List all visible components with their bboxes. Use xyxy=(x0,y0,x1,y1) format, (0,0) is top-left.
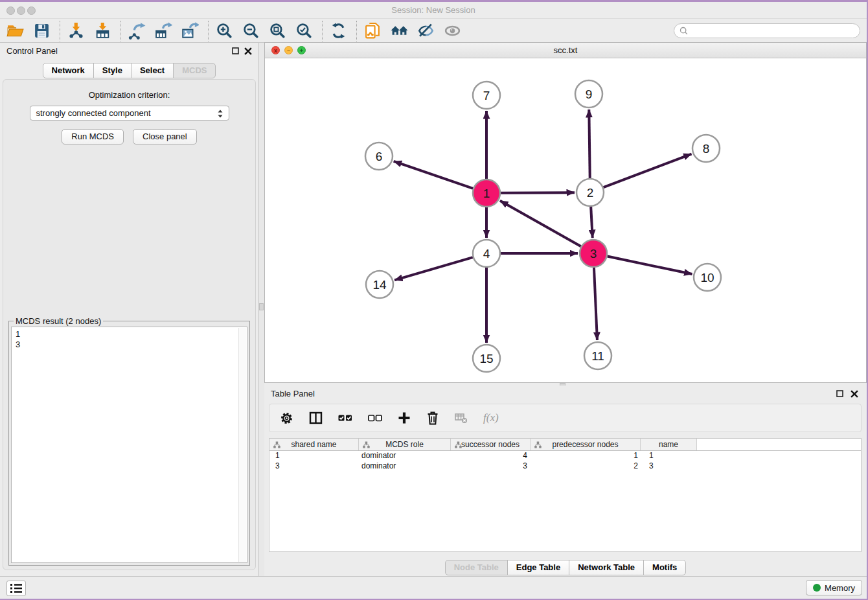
column-header-predecessor-nodes[interactable]: predecessor nodes xyxy=(531,439,641,450)
node-table-header: shared nameMCDS rolesuccessor nodesprede… xyxy=(269,439,861,451)
edge-2-to-8[interactable] xyxy=(604,154,692,188)
mcds-result-groupbox: MCDS result (2 nodes) 1 3 xyxy=(8,321,250,566)
edge-2-to-3[interactable] xyxy=(591,207,593,238)
node-label-9: 9 xyxy=(586,87,593,101)
tab-network[interactable]: Network xyxy=(43,63,94,78)
clone-network-button[interactable] xyxy=(363,21,382,41)
refresh-icon xyxy=(330,22,347,40)
table-cell[interactable]: 1 xyxy=(269,451,359,461)
unchecked-boxes-icon xyxy=(368,411,382,424)
delete-column-button[interactable] xyxy=(426,411,439,425)
export-table-button[interactable] xyxy=(154,21,173,41)
close-panel-icon[interactable] xyxy=(851,390,858,398)
network-canvas[interactable]: 1234678910111415 xyxy=(265,58,866,382)
fit-content-button[interactable] xyxy=(268,21,287,41)
search-input[interactable] xyxy=(689,25,860,37)
zoom-in-button[interactable] xyxy=(214,21,234,41)
memory-label: Memory xyxy=(825,583,855,593)
tab-edge-table[interactable]: Edge Table xyxy=(507,560,569,575)
attribute-tree-icon xyxy=(534,441,542,448)
zoom-out-icon xyxy=(242,22,260,40)
float-panel-icon[interactable] xyxy=(836,390,843,397)
export-network-icon xyxy=(128,22,146,40)
mcds-panel: Optimization criterion: strongly connect… xyxy=(3,79,256,570)
table-cell[interactable]: dominator xyxy=(359,461,451,472)
show-details-eye-icon xyxy=(444,22,461,40)
column-header-MCDS-role[interactable]: MCDS role xyxy=(359,439,451,450)
desktop-frame: Session: New Session xyxy=(0,0,868,600)
import-network-button[interactable] xyxy=(66,21,86,41)
toolbar-separator xyxy=(322,21,323,41)
table-cell[interactable]: 3 xyxy=(641,461,697,472)
show-columns-button[interactable] xyxy=(309,411,323,424)
delete-table-button-disabled xyxy=(455,412,468,424)
export-image-button[interactable] xyxy=(180,21,200,41)
node-label-7: 7 xyxy=(483,89,490,102)
network-graph: 1234678910111415 xyxy=(265,58,866,382)
first-neighbors-button[interactable] xyxy=(389,21,409,41)
node-table[interactable]: shared nameMCDS rolesuccessor nodesprede… xyxy=(269,438,862,552)
table-cell[interactable]: 3 xyxy=(451,461,531,472)
add-column-button[interactable] xyxy=(398,411,411,424)
tab-mcds[interactable]: MCDS xyxy=(173,63,216,78)
table-cell[interactable]: 3 xyxy=(269,461,359,472)
result-scrollbar[interactable] xyxy=(238,328,246,562)
function-builder-button-disabled: f(x) xyxy=(483,411,499,424)
edge-4-to-14[interactable] xyxy=(394,257,473,280)
edge-1-to-2[interactable] xyxy=(501,192,575,193)
open-session-button[interactable] xyxy=(5,21,25,41)
open-folder-icon xyxy=(6,22,24,40)
control-panel: Control Panel NetworkStyleSelectMCDS Opt… xyxy=(0,43,259,576)
column-header-shared-name[interactable]: shared name xyxy=(269,439,359,450)
tab-select[interactable]: Select xyxy=(131,63,174,78)
criterion-select-value: strongly connected component xyxy=(36,108,151,118)
column-header-successor-nodes[interactable]: successor nodes xyxy=(451,439,531,450)
import-table-button[interactable] xyxy=(93,21,112,41)
zoom-in-icon xyxy=(216,22,233,40)
save-session-button[interactable] xyxy=(32,21,51,41)
tab-motifs[interactable]: Motifs xyxy=(643,560,686,575)
task-history-button[interactable] xyxy=(6,581,26,596)
zoom-selected-button[interactable] xyxy=(294,21,314,41)
table-row[interactable]: 1dominator411 xyxy=(269,451,861,461)
close-panel-button[interactable]: Close panel xyxy=(133,129,197,144)
splitter-handle[interactable] xyxy=(259,303,264,310)
edge-3-to-1[interactable] xyxy=(500,201,581,246)
select-all-button[interactable] xyxy=(338,411,352,424)
deselect-all-button[interactable] xyxy=(368,411,382,424)
show-graphics-details-button[interactable] xyxy=(442,21,462,41)
apply-layout-button[interactable] xyxy=(328,21,348,41)
edge-3-to-11[interactable] xyxy=(594,268,597,340)
edge-3-to-10[interactable] xyxy=(608,257,692,275)
control-panel-title: Control Panel xyxy=(6,46,58,56)
import-table-icon xyxy=(94,22,111,40)
table-cell[interactable]: dominator xyxy=(359,451,451,461)
tab-node-table[interactable]: Node Table xyxy=(445,560,508,575)
plus-icon xyxy=(398,411,411,424)
table-cell[interactable]: 4 xyxy=(451,451,531,461)
run-mcds-button[interactable]: Run MCDS xyxy=(62,129,124,144)
zoom-out-button[interactable] xyxy=(241,21,260,41)
criterion-select[interactable]: strongly connected component xyxy=(30,106,229,121)
close-panel-icon[interactable] xyxy=(244,47,252,55)
table-row[interactable]: 3dominator323 xyxy=(269,461,861,472)
edge-2-to-9[interactable] xyxy=(589,110,589,178)
tab-network-table[interactable]: Network Table xyxy=(569,560,644,575)
toolbar-separator xyxy=(356,21,357,41)
table-cell[interactable]: 2 xyxy=(531,461,641,472)
mcds-result-area[interactable]: 1 3 xyxy=(11,327,247,563)
mcds-result-title: MCDS result (2 nodes) xyxy=(14,316,103,326)
hide-graphics-details-button[interactable] xyxy=(416,21,435,41)
float-panel-icon[interactable] xyxy=(232,47,239,54)
table-settings-button[interactable] xyxy=(280,411,293,425)
memory-button[interactable]: Memory xyxy=(806,580,862,595)
vertical-splitter[interactable] xyxy=(259,43,264,576)
export-network-button[interactable] xyxy=(127,21,146,41)
node-label-1: 1 xyxy=(483,187,490,200)
column-header-name[interactable]: name xyxy=(641,439,697,450)
table-panel-title: Table Panel xyxy=(271,389,315,398)
tab-style[interactable]: Style xyxy=(93,63,131,78)
table-cell[interactable]: 1 xyxy=(531,451,641,461)
edge-1-to-6[interactable] xyxy=(394,161,473,189)
table-cell[interactable]: 1 xyxy=(641,451,697,461)
